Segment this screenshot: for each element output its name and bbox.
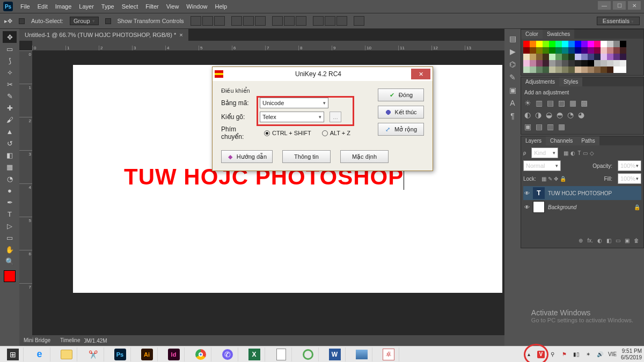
distribute-group-1[interactable] bbox=[272, 16, 306, 26]
pen-tool[interactable]: ✒ bbox=[3, 196, 17, 208]
show-transform-checkbox[interactable] bbox=[105, 18, 111, 24]
menu-select[interactable]: Select bbox=[122, 3, 138, 10]
type-tool[interactable]: T bbox=[3, 208, 17, 220]
taskbar-word[interactable]: W bbox=[324, 348, 346, 361]
tab-styles[interactable]: Styles bbox=[559, 77, 582, 86]
swatches-grid[interactable] bbox=[521, 39, 643, 75]
radio-ctrl-shift[interactable]: CTRL + SHIFT bbox=[264, 130, 311, 136]
wand-tool[interactable]: ✧ bbox=[3, 67, 17, 78]
tray-up-icon[interactable]: ▴ bbox=[525, 351, 533, 358]
tray-network-icon[interactable]: ▮▯ bbox=[573, 351, 580, 358]
tray-plug-icon[interactable]: ⚲ bbox=[549, 351, 557, 358]
start-button[interactable]: ⊞ bbox=[2, 348, 24, 361]
shape-tool[interactable]: ▭ bbox=[3, 232, 17, 243]
align-group-1[interactable] bbox=[191, 16, 225, 26]
crop-tool[interactable]: ✂ bbox=[3, 78, 17, 90]
menu-window[interactable]: Window bbox=[186, 3, 207, 10]
tab-layers[interactable]: Layers bbox=[521, 136, 546, 145]
tray-clock[interactable]: 9:51 PM6/5/2019 bbox=[621, 348, 642, 361]
icon-clone[interactable]: ▣ bbox=[509, 86, 516, 94]
icon-play[interactable]: ▶ bbox=[510, 47, 516, 56]
btn-huongdan[interactable]: ◆Hướng dẫn bbox=[221, 150, 273, 163]
fill-input[interactable]: 100%▾ bbox=[618, 173, 641, 184]
marquee-tool[interactable]: ▭ bbox=[3, 43, 17, 55]
taskbar-app[interactable]: 卓 bbox=[378, 348, 399, 361]
icon-props[interactable]: ⌬ bbox=[509, 60, 516, 69]
tab-mini-bridge[interactable]: Mini Bridge bbox=[19, 336, 55, 346]
bang-ma-select[interactable]: Unicode▾ bbox=[260, 98, 328, 108]
workspace-selector[interactable]: Essentials ▾ bbox=[597, 17, 640, 25]
window-close-button[interactable]: ✕ bbox=[628, 1, 641, 10]
hand-tool[interactable]: ✋ bbox=[3, 243, 17, 255]
taskbar-notepad[interactable] bbox=[270, 348, 292, 361]
lasso-tool[interactable]: ⟆ bbox=[3, 55, 17, 67]
menu-file[interactable]: File bbox=[20, 3, 30, 10]
window-minimize-button[interactable]: — bbox=[598, 1, 611, 10]
distribute-group-2[interactable] bbox=[313, 16, 347, 26]
tab-adjustments[interactable]: Adjustments bbox=[521, 77, 559, 86]
unikey-close-button[interactable]: ✕ bbox=[411, 69, 430, 79]
btn-morong[interactable]: ⤢Mở rộng bbox=[378, 123, 424, 136]
btn-dong[interactable]: ✔Đóng bbox=[378, 88, 424, 101]
fg-bg-color[interactable] bbox=[4, 270, 16, 282]
icon-para[interactable]: ¶ bbox=[510, 112, 515, 120]
btn-macdinh[interactable]: Mặc định bbox=[340, 150, 389, 163]
taskbar-photos[interactable] bbox=[351, 348, 372, 361]
icon-history[interactable]: ▤ bbox=[509, 34, 516, 43]
blend-mode[interactable]: Normal▾ bbox=[523, 160, 561, 171]
tray-unikey-icon[interactable]: V bbox=[537, 351, 545, 358]
brush-tool[interactable]: 🖌 bbox=[3, 114, 17, 125]
tab-color[interactable]: Color bbox=[521, 29, 543, 39]
tray-lang[interactable]: VIE bbox=[608, 351, 617, 357]
tray-volume-icon[interactable]: 🔊 bbox=[596, 351, 604, 358]
taskbar-viber[interactable]: ✆ bbox=[217, 348, 238, 361]
stamp-tool[interactable]: ▲ bbox=[3, 125, 17, 137]
menu-filter[interactable]: Filter bbox=[145, 3, 158, 10]
radio-alt-z[interactable]: ALT + Z bbox=[322, 130, 350, 136]
icon-char[interactable]: A bbox=[510, 99, 515, 107]
eraser-tool[interactable]: ◧ bbox=[3, 149, 17, 161]
menu-image[interactable]: Image bbox=[55, 3, 72, 10]
taskbar-indesign[interactable]: Id bbox=[163, 348, 185, 361]
eyedropper-tool[interactable]: ✎ bbox=[3, 90, 17, 102]
taskbar-photoshop[interactable]: Ps bbox=[109, 348, 131, 361]
kieu-go-select[interactable]: Telex▾ bbox=[260, 112, 324, 122]
path-select-tool[interactable]: ▷ bbox=[3, 220, 17, 232]
btn-ketthuc[interactable]: ⯃Kết thúc bbox=[378, 106, 424, 119]
arrange-group[interactable] bbox=[354, 16, 364, 26]
taskbar-coccoc[interactable] bbox=[297, 348, 319, 361]
menu-layer[interactable]: Layer bbox=[79, 3, 94, 10]
history-brush-tool[interactable]: ↺ bbox=[3, 137, 17, 149]
layer-kind[interactable]: Kind▾ bbox=[531, 147, 558, 158]
tab-swatches[interactable]: Swatches bbox=[543, 29, 574, 39]
tray-wifi-icon[interactable]: ✶ bbox=[584, 351, 592, 358]
taskbar-ie[interactable]: e bbox=[29, 348, 50, 361]
menu-view[interactable]: View bbox=[166, 3, 179, 10]
move-tool[interactable]: ✥ bbox=[3, 31, 17, 43]
auto-select-dropdown[interactable]: Group▾ bbox=[70, 17, 99, 25]
auto-select-checkbox[interactable] bbox=[19, 18, 25, 24]
spot-heal-tool[interactable]: ✚ bbox=[3, 102, 17, 114]
taskbar-excel[interactable]: X bbox=[244, 348, 265, 361]
menu-help[interactable]: Help bbox=[215, 3, 227, 10]
taskbar-illustrator[interactable]: Ai bbox=[136, 348, 158, 361]
tab-paths[interactable]: Paths bbox=[577, 136, 599, 145]
blur-tool[interactable]: ◔ bbox=[3, 173, 17, 184]
icon-brush[interactable]: ✎ bbox=[509, 73, 516, 82]
taskbar-chrome[interactable] bbox=[190, 348, 211, 361]
close-tab-icon[interactable]: × bbox=[179, 32, 182, 38]
btn-thongtin[interactable]: Thông tin bbox=[282, 150, 331, 163]
zoom-tool[interactable]: 🔍 bbox=[3, 255, 17, 267]
taskbar-explorer[interactable] bbox=[56, 348, 77, 361]
align-group-2[interactable] bbox=[231, 16, 266, 26]
tab-channels[interactable]: Channels bbox=[546, 136, 577, 145]
tab-timeline[interactable]: Timeline bbox=[56, 336, 84, 346]
taskbar-snip[interactable]: ✂️ bbox=[83, 348, 104, 361]
layer-text[interactable]: 👁TTUW HOJC PHOTOSHOP bbox=[523, 186, 641, 200]
window-maximize-button[interactable]: ☐ bbox=[613, 1, 626, 10]
layer-background[interactable]: 👁Background🔒 bbox=[523, 200, 641, 214]
menu-edit[interactable]: Edit bbox=[38, 3, 48, 10]
kieu-go-more-button[interactable]: … bbox=[330, 112, 341, 122]
dodge-tool[interactable]: ● bbox=[3, 184, 17, 196]
tray-flag-icon[interactable]: ⚑ bbox=[561, 351, 568, 358]
